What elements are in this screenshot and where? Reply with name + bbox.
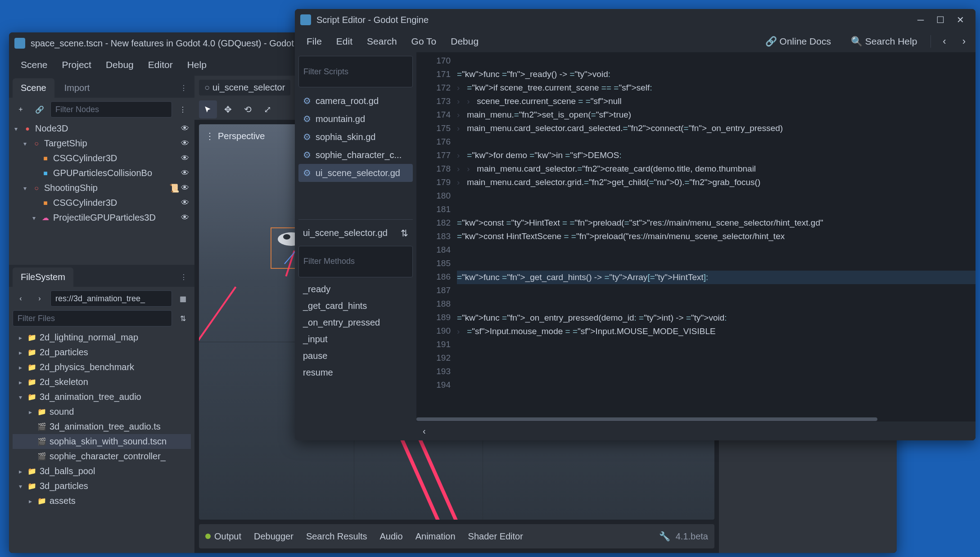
script-sidebar: ⚙camera_root.gd⚙mountain.gd⚙sophia_skin.… <box>295 52 416 440</box>
status-back[interactable]: ‹ <box>423 426 426 436</box>
nav-fwd-button[interactable]: › <box>32 290 48 307</box>
method-list-item[interactable]: _input <box>298 331 413 348</box>
select-tool[interactable] <box>199 100 217 118</box>
script-list-item[interactable]: ⚙mountain.gd <box>298 110 413 128</box>
scene-tree: ▾●Node3D👁▾○TargetShip👁■CSGCylinder3D👁■GP… <box>13 121 191 225</box>
menu-file[interactable]: File <box>300 33 328 50</box>
file-tree-item[interactable]: 🎬3d_animation_tree_audio.ts <box>13 419 191 434</box>
scene-file-tab[interactable]: ○ ui_scene_selector <box>199 80 290 95</box>
file-tree-item[interactable]: ▸📁3d_balls_pool <box>13 464 191 479</box>
menu-search[interactable]: Search <box>361 33 403 50</box>
menu-debug-script[interactable]: Debug <box>444 33 485 50</box>
scene-tree-item[interactable]: ■CSGCylinder3D👁 <box>13 195 191 210</box>
menu-edit[interactable]: Edit <box>330 33 359 50</box>
code-editor: 1701711721731741751761771781791801811821… <box>416 52 975 440</box>
method-list: _ready_get_card_hints_on_entry_pressed_i… <box>298 281 413 381</box>
add-node-button[interactable]: + <box>13 101 29 118</box>
move-tool[interactable]: ✥ <box>219 100 237 118</box>
maximize-button[interactable]: ☐ <box>930 13 950 27</box>
rotate-tool[interactable]: ⟲ <box>239 100 257 118</box>
visibility-icon[interactable]: 👁 <box>181 168 189 178</box>
menu-project[interactable]: Project <box>56 57 98 73</box>
nav-back-script[interactable]: ‹ <box>938 34 950 49</box>
menu-goto[interactable]: Go To <box>405 33 443 50</box>
nav-fwd-script[interactable]: › <box>958 34 970 49</box>
script-list-item[interactable]: ⚙sophie_character_c... <box>298 146 413 164</box>
visibility-icon[interactable]: 👁 <box>181 198 189 208</box>
nav-back-button[interactable]: ‹ <box>13 290 29 307</box>
search-results-tab[interactable]: Search Results <box>306 531 367 542</box>
minimize-button[interactable]: ─ <box>911 13 930 27</box>
scene-tree-item[interactable]: ▾☁ProjectileGPUParticles3D👁 <box>13 210 191 225</box>
filter-nodes-input[interactable] <box>50 101 172 118</box>
audio-tab[interactable]: Audio <box>380 531 403 542</box>
animation-tab[interactable]: Animation <box>415 531 456 542</box>
file-tree-item[interactable]: 🎬sophia_skin_with_sound.tscn <box>13 434 191 449</box>
line-gutter: 1701711721731741751761771781791801811821… <box>416 52 457 417</box>
bottom-panel: Output Debugger Search Results Audio Ani… <box>199 524 714 548</box>
script-list-item[interactable]: ⚙camera_root.gd <box>298 92 413 110</box>
file-tree-item[interactable]: ▸📁sound <box>13 404 191 419</box>
perspective-label[interactable]: ⋮Perspective <box>205 131 265 141</box>
file-tree-item[interactable]: ▾📁3d_animation_tree_audio <box>13 389 191 404</box>
filter-scripts-input[interactable] <box>298 56 413 87</box>
visibility-icon[interactable]: 📜 <box>169 183 179 193</box>
visibility-icon[interactable]: 👁 <box>181 124 189 133</box>
shader-editor-tab[interactable]: Shader Editor <box>468 531 523 542</box>
debugger-tab[interactable]: Debugger <box>254 531 294 542</box>
file-tree-item[interactable]: ▸📁assets <box>13 494 191 508</box>
file-tree-item[interactable]: ▸📁2d_particles <box>13 345 191 360</box>
path-input[interactable] <box>50 290 172 307</box>
sort-button[interactable]: ⇅ <box>175 310 191 326</box>
filesystem-tabs: FileSystem ⋮ <box>9 265 194 287</box>
menu-scene[interactable]: Scene <box>14 57 54 73</box>
script-list-item[interactable]: ⚙sophia_skin.gd <box>298 128 413 146</box>
scene-tree-item[interactable]: ■CSGCylinder3D👁 <box>13 151 191 166</box>
gear-icon: ⚙ <box>303 95 311 106</box>
close-button[interactable]: ✕ <box>950 13 970 27</box>
sort-methods-icon[interactable]: ⇅ <box>401 228 408 239</box>
visibility-icon[interactable]: 👁 <box>181 213 189 222</box>
menu-editor[interactable]: Editor <box>142 57 179 73</box>
scale-tool[interactable]: ⤢ <box>258 100 276 118</box>
online-docs-button[interactable]: 🔗 Online Docs <box>759 33 837 50</box>
scene-tree-item[interactable]: ▾○ShootingShip📜👁 <box>13 181 191 195</box>
visibility-icon[interactable]: 👁 <box>181 154 189 163</box>
scene-tree-item[interactable]: ■GPUParticlesCollisionBo👁 <box>13 166 191 181</box>
godot-logo-icon <box>14 38 25 49</box>
godot-logo-icon <box>300 14 311 25</box>
file-tree-item[interactable]: ▸📁2d_physics_benchmark <box>13 360 191 375</box>
file-tree-item[interactable]: ▸📁2d_lighting_normal_map <box>13 330 191 345</box>
link-node-button[interactable]: 🔗 <box>32 101 48 118</box>
menu-debug[interactable]: Debug <box>99 57 140 73</box>
method-list-item[interactable]: _get_card_hints <box>298 298 413 314</box>
dock-menu-icon-2[interactable]: ⋮ <box>180 273 187 281</box>
gear-icon: ⚙ <box>303 149 311 160</box>
method-list-item[interactable]: resume <box>298 364 413 381</box>
dock-menu-icon[interactable]: ⋮ <box>180 84 187 92</box>
filter-files-input[interactable] <box>13 310 172 326</box>
file-tree-item[interactable]: ▾📁3d_particles <box>13 479 191 494</box>
output-tab[interactable]: Output <box>205 531 241 542</box>
search-help-button[interactable]: 🔍 Search Help <box>845 33 923 50</box>
gear-icon: ⚙ <box>303 131 311 142</box>
filter-methods-input[interactable] <box>298 246 413 277</box>
file-tree-item[interactable]: 🎬sophie_character_controller_ <box>13 449 191 464</box>
code-text[interactable]: ="kw">func ="fn">_ready() -> ="ty">void:… <box>457 52 975 417</box>
tab-scene[interactable]: Scene <box>13 78 54 98</box>
h-scrollbar[interactable] <box>416 417 975 421</box>
file-tree-item[interactable]: ▸📁2d_skeleton <box>13 375 191 389</box>
script-list-item[interactable]: ⚙ui_scene_selector.gd <box>298 164 413 182</box>
tab-filesystem[interactable]: FileSystem <box>13 267 73 287</box>
method-list-item[interactable]: pause <box>298 348 413 364</box>
visibility-icon[interactable]: 👁 <box>181 183 189 193</box>
scene-tree-item[interactable]: ▾○TargetShip👁 <box>13 136 191 151</box>
menu-help[interactable]: Help <box>181 57 213 73</box>
method-list-item[interactable]: _ready <box>298 281 413 298</box>
method-list-item[interactable]: _on_entry_pressed <box>298 314 413 331</box>
scene-tree-item[interactable]: ▾●Node3D👁 <box>13 121 191 136</box>
tab-import[interactable]: Import <box>56 78 98 98</box>
view-toggle-button[interactable]: ▦ <box>175 290 191 307</box>
visibility-icon[interactable]: 👁 <box>181 139 189 148</box>
scene-more-button[interactable]: ⋮ <box>175 101 191 118</box>
